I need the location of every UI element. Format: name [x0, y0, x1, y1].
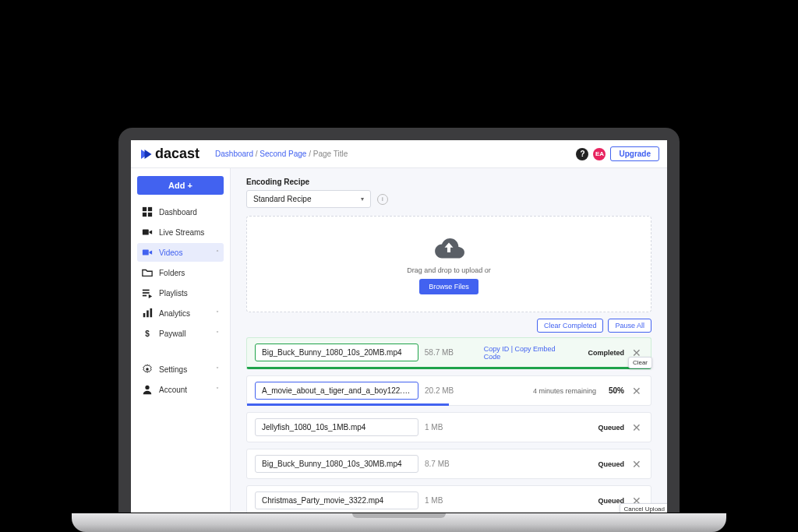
sidebar-item-label: Account: [159, 386, 187, 394]
svg-rect-11: [150, 308, 153, 317]
upload-status: Completed: [588, 349, 624, 357]
sidebar-item-live-streams[interactable]: Live Streams: [137, 223, 224, 241]
upload-row: A_movie_about_a_tiger_and_a_boy122.mvp 2…: [246, 375, 651, 406]
browse-files-button[interactable]: Browse Files: [419, 279, 478, 294]
sidebar-item-videos[interactable]: Videos ˄: [137, 243, 224, 262]
sidebar-item-dashboard[interactable]: Dashboard: [137, 203, 224, 221]
svg-rect-0: [143, 207, 147, 211]
upload-row: Big_Buck_Bunny_1080_10s_20MB.mp4 58.7 MB…: [246, 337, 651, 369]
sidebar-item-label: Folders: [159, 269, 185, 277]
upload-size: 20.2 MB: [425, 386, 471, 395]
svg-rect-10: [147, 311, 149, 318]
main-content: Encoding Recipe Standard Recipe ▾ i Drag…: [231, 168, 667, 513]
sidebar-item-folders[interactable]: Folders: [137, 263, 224, 282]
upload-row: Big_Buck_Bunny_1080_10s_30MB.mp4 8.7 MB …: [246, 449, 651, 479]
svg-rect-2: [143, 213, 147, 217]
clear-completed-button[interactable]: Clear Completed: [537, 319, 604, 333]
upload-status: Queued: [598, 460, 624, 468]
camera-icon: [142, 227, 153, 238]
encoding-recipe-label: Encoding Recipe: [246, 178, 651, 186]
laptop-screen-bezel: dacast Dashboard / Second Page / Page Ti…: [118, 128, 680, 513]
avatar[interactable]: EA: [593, 148, 606, 160]
breadcrumb-dashboard[interactable]: Dashboard: [215, 150, 253, 158]
dollar-icon: $: [142, 328, 153, 339]
upload-filename[interactable]: Big_Buck_Bunny_1080_10s_30MB.mp4: [255, 455, 418, 473]
add-button[interactable]: Add +: [137, 176, 224, 195]
chevron-down-icon: ˅: [216, 310, 219, 317]
svg-rect-7: [143, 292, 150, 294]
sidebar-item-analytics[interactable]: Analytics ˅: [137, 304, 224, 322]
cancel-upload-button[interactable]: ✕: [630, 422, 643, 433]
upload-status: Queued: [598, 424, 624, 432]
breadcrumb-current: Page Title: [313, 150, 348, 158]
chevron-up-icon: ˄: [216, 249, 219, 256]
upload-size: 8.7 MB: [425, 460, 471, 468]
dashboard-icon: [142, 206, 153, 217]
svg-point-12: [146, 368, 149, 371]
laptop-notch: [352, 513, 446, 518]
chevron-down-icon: ˅: [216, 366, 219, 373]
encoding-recipe-select[interactable]: Standard Recipe ▾: [246, 190, 371, 208]
cancel-upload-button[interactable]: ✕: [630, 459, 643, 470]
video-icon: [142, 247, 153, 258]
upload-filename[interactable]: A_movie_about_a_tiger_and_a_boy122.mvp: [255, 382, 418, 400]
svg-rect-6: [143, 290, 150, 291]
breadcrumb-second-page[interactable]: Second Page: [260, 150, 306, 158]
svg-point-13: [145, 386, 149, 389]
svg-rect-9: [143, 313, 146, 317]
sidebar-item-label: Settings: [159, 365, 187, 374]
copy-id-link[interactable]: Copy ID: [484, 345, 510, 353]
sidebar-item-label: Playlists: [159, 289, 188, 298]
pause-all-button[interactable]: Pause All: [608, 319, 651, 333]
sidebar-item-playlists[interactable]: Playlists: [137, 284, 224, 302]
svg-rect-3: [148, 213, 152, 217]
sidebar-item-label: Paywall: [159, 329, 185, 338]
upload-filename[interactable]: Christmas_Party_movie_3322.mp4: [255, 491, 418, 509]
upload-size: 1 MB: [425, 423, 471, 432]
brand-name: dacast: [155, 146, 200, 162]
person-icon: [142, 384, 153, 395]
sidebar-item-account[interactable]: Account ˅: [137, 380, 224, 399]
app-window: dacast Dashboard / Second Page / Page Ti…: [131, 140, 667, 513]
info-icon[interactable]: i: [377, 194, 388, 205]
upload-filename[interactable]: Jellyfish_1080_10s_1MB.mp4: [255, 418, 418, 436]
laptop-base: [72, 513, 726, 532]
upload-filename[interactable]: Big_Buck_Bunny_1080_10s_20MB.mp4: [255, 344, 418, 361]
gear-icon: [142, 364, 153, 375]
sidebar-item-paywall[interactable]: $ Paywall ˅: [137, 324, 224, 343]
sidebar-item-label: Analytics: [159, 309, 190, 318]
chevron-down-icon: ˅: [216, 330, 219, 337]
sidebar-item-label: Videos: [159, 248, 182, 257]
sidebar-item-settings[interactable]: Settings ˅: [137, 360, 224, 379]
cancel-upload-tooltip: Cancel Upload: [620, 503, 667, 513]
upload-size: 1 MB: [425, 496, 471, 505]
topbar: dacast Dashboard / Second Page / Page Ti…: [131, 140, 667, 168]
dacast-logo-icon: [139, 147, 153, 161]
sidebar-item-label: Live Streams: [159, 228, 204, 237]
upload-size: 58.7 MB: [425, 348, 471, 357]
chevron-down-icon: ▾: [361, 196, 364, 203]
upload-percent: 50%: [609, 386, 624, 395]
brand-logo[interactable]: dacast: [139, 146, 200, 162]
analytics-icon: [142, 308, 153, 319]
upload-dropzone[interactable]: Drag and drop to upload or Browse Files: [246, 216, 651, 312]
clear-tooltip: Clear: [628, 357, 652, 368]
upload-row: Christmas_Party_movie_3322.mp4 1 MB Queu…: [246, 485, 651, 513]
upload-time-remaining: 4 minutes remaining: [533, 387, 596, 395]
breadcrumb: Dashboard / Second Page / Page Title: [215, 150, 348, 158]
help-icon[interactable]: ?: [576, 148, 588, 160]
sidebar-item-label: Dashboard: [159, 208, 197, 217]
cloud-upload-icon: [432, 234, 466, 262]
upload-row: Jellyfish_1080_10s_1MB.mp4 1 MB Queued ✕: [246, 412, 651, 442]
select-value: Standard Recipe: [253, 195, 312, 203]
folder-icon: [142, 267, 153, 278]
cancel-upload-button[interactable]: ✕: [630, 386, 643, 396]
svg-rect-5: [143, 250, 149, 255]
svg-rect-4: [143, 230, 149, 235]
playlist-icon: [142, 287, 153, 298]
upgrade-button[interactable]: Upgrade: [610, 146, 659, 161]
chevron-down-icon: ˅: [216, 386, 219, 393]
svg-rect-1: [148, 207, 152, 211]
dropzone-text: Drag and drop to upload or: [407, 266, 491, 274]
sidebar: Add + Dashboard Live Streams: [131, 168, 231, 513]
